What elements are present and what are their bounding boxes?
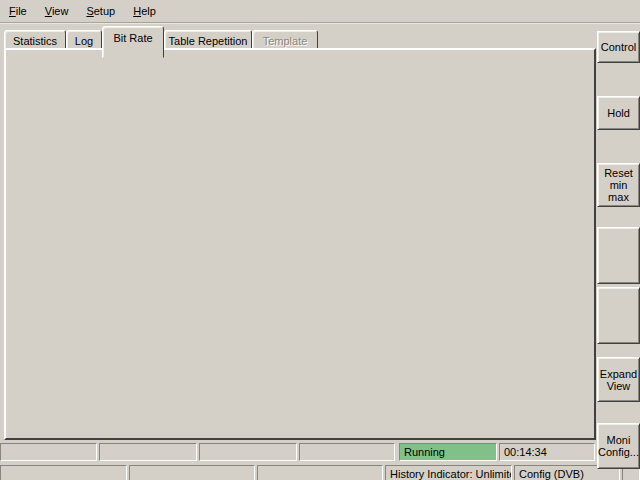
tab-strip: StatisticsLogBit RateTable RepetitionTem… (4, 26, 594, 50)
control-button[interactable]: Control (597, 31, 640, 63)
status-elapsed-time: 00:14:34 (499, 443, 595, 461)
status-history-indicator: History Indicator: Unlimited (385, 465, 512, 480)
status-cell-1 (0, 443, 97, 461)
blank-button-1[interactable] (597, 227, 640, 284)
statusbar-cell-3 (257, 465, 383, 480)
status-cell-4 (299, 443, 395, 461)
menu-view[interactable]: View (36, 3, 78, 19)
status-cell-2 (99, 443, 197, 461)
hold-button[interactable]: Hold (597, 96, 640, 130)
statusbar-cell-2 (129, 465, 255, 480)
expand-view-button[interactable]: Expand View (597, 357, 640, 402)
menu-help[interactable]: Help (124, 3, 165, 19)
app-window: FileViewSetupHelp StatisticsLogBit RateT… (0, 0, 640, 480)
bitrate-panel (4, 48, 596, 440)
reset-minmax-button[interactable]: Reset min max (597, 163, 640, 207)
blank-button-2[interactable] (597, 287, 640, 344)
menu-bar: FileViewSetupHelp (0, 0, 640, 22)
status-cell-3 (199, 443, 297, 461)
tab-bit-rate[interactable]: Bit Rate (102, 26, 164, 58)
menu-setup[interactable]: Setup (77, 3, 124, 19)
statusbar-cell-1 (0, 465, 127, 480)
moni-config-button[interactable]: Moni Config... (597, 423, 640, 469)
status-running: Running (399, 443, 497, 461)
menu-file[interactable]: File (0, 3, 36, 19)
